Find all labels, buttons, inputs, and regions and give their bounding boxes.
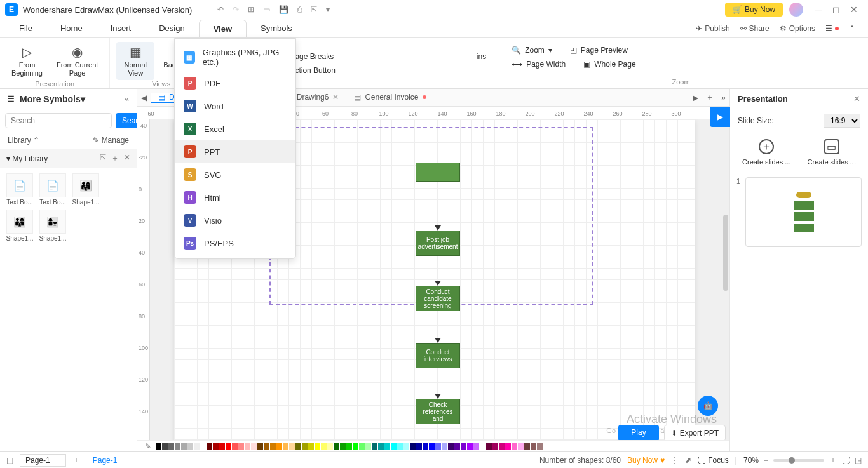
from-current-page-button[interactable]: ◉ From Current Page xyxy=(51,42,103,80)
color-swatch[interactable] xyxy=(340,443,346,450)
export-item-word[interactable]: WWord xyxy=(175,95,295,117)
color-swatch[interactable] xyxy=(486,443,492,450)
color-swatch[interactable] xyxy=(499,443,505,450)
color-swatch[interactable] xyxy=(391,443,397,450)
color-swatch[interactable] xyxy=(264,443,269,450)
print-icon[interactable]: ⎙ xyxy=(297,5,302,14)
flowchart-node[interactable]: Conduct interviews xyxy=(416,343,460,368)
color-swatch[interactable] xyxy=(429,443,435,450)
color-swatch[interactable] xyxy=(194,443,200,450)
presentation-launcher-icon[interactable]: ▶ xyxy=(710,107,730,127)
color-swatch[interactable] xyxy=(295,443,301,450)
color-swatch[interactable] xyxy=(480,443,485,450)
export-ppt-button[interactable]: ⬇ Export PPT xyxy=(664,425,726,440)
export-icon[interactable]: ⇱ xyxy=(311,5,317,14)
create-slides-manual-button[interactable]: ▭ Create slides ... xyxy=(808,139,856,166)
menu-tab-insert[interactable]: Insert xyxy=(97,20,146,37)
color-swatch[interactable] xyxy=(378,443,384,450)
color-swatch[interactable] xyxy=(283,443,288,450)
slide-size-select[interactable]: 16:9 xyxy=(824,114,860,128)
color-swatch[interactable] xyxy=(200,443,206,450)
create-slides-auto-button[interactable]: ＋ Create slides ... xyxy=(742,139,790,166)
zoom-out-icon[interactable]: − xyxy=(764,456,768,465)
vertical-scrollbar[interactable] xyxy=(723,215,728,291)
save-icon[interactable]: 💾 xyxy=(279,5,288,14)
page-layout-icon[interactable]: ◫ xyxy=(6,456,13,465)
user-avatar[interactable] xyxy=(789,3,803,17)
flow-node-partial[interactable] xyxy=(416,163,460,182)
color-swatch[interactable] xyxy=(327,443,333,450)
shape-item[interactable]: 👨‍👩‍👦Shape1... xyxy=(5,210,34,242)
collapse-panel-icon[interactable]: « xyxy=(125,95,129,104)
color-swatch[interactable] xyxy=(416,443,422,450)
menu-tab-file[interactable]: File xyxy=(5,20,46,37)
color-swatch[interactable] xyxy=(181,443,187,450)
color-swatch[interactable] xyxy=(315,443,320,450)
symbol-search-input[interactable] xyxy=(5,113,112,128)
add-tab-icon[interactable]: ＋ xyxy=(702,92,717,103)
color-swatch[interactable] xyxy=(168,443,174,450)
color-swatch[interactable] xyxy=(353,443,358,450)
minimize-button[interactable]: ─ xyxy=(810,4,827,15)
open-icon[interactable]: ▭ xyxy=(263,5,270,14)
color-swatch[interactable] xyxy=(162,443,168,450)
normal-view-button[interactable]: ▦ Normal View xyxy=(116,42,154,80)
color-swatch[interactable] xyxy=(245,443,250,450)
close-panel-icon[interactable]: ✕ xyxy=(853,94,860,104)
library-export-icon[interactable]: ⇱ xyxy=(100,153,106,164)
color-swatch[interactable] xyxy=(473,443,479,450)
whole-page-button[interactable]: ▣ Whole Page xyxy=(583,60,635,69)
color-swatch[interactable] xyxy=(270,443,276,450)
color-swatch[interactable] xyxy=(537,443,543,450)
color-swatch[interactable] xyxy=(334,443,339,450)
shape-item[interactable]: 👩‍👧Shape1... xyxy=(38,210,67,242)
options-button[interactable]: ⚙ Options xyxy=(780,24,815,33)
manage-library-button[interactable]: ✎ Manage xyxy=(93,136,129,145)
color-swatch[interactable] xyxy=(448,443,454,450)
tab-scroll-left-icon[interactable]: ◀ xyxy=(137,93,151,102)
color-swatch[interactable] xyxy=(524,443,530,450)
library-dropdown[interactable]: Library ⌃ xyxy=(8,136,39,145)
color-swatch[interactable] xyxy=(397,443,403,450)
library-close-icon[interactable]: ✕ xyxy=(124,153,130,164)
color-swatch[interactable] xyxy=(308,443,314,450)
export-item-html[interactable]: HHtml xyxy=(175,186,295,209)
new-icon[interactable]: ⊞ xyxy=(248,5,254,14)
undo-icon[interactable]: ↶ xyxy=(217,5,224,14)
export-item-graphics-png-jpg-etc-[interactable]: ▦Graphics (PNG, JPG etc.) xyxy=(175,43,295,72)
maximize-button[interactable]: ◻ xyxy=(827,4,845,15)
color-swatch[interactable] xyxy=(257,443,263,450)
page-preview-button[interactable]: ◰ Page Preview xyxy=(570,46,628,55)
color-swatch[interactable] xyxy=(423,443,428,450)
color-swatch[interactable] xyxy=(321,443,327,450)
color-swatch[interactable] xyxy=(251,443,257,450)
buy-now-button[interactable]: 🛒 Buy Now xyxy=(725,3,783,17)
my-library-header[interactable]: ▾ My Library xyxy=(6,154,48,163)
color-swatch[interactable] xyxy=(289,443,295,450)
color-swatch[interactable] xyxy=(505,443,511,450)
color-swatch[interactable] xyxy=(276,443,282,450)
zoom-button[interactable]: 🔍 Zoom▾ xyxy=(512,46,552,55)
flowchart-node[interactable]: Post job advertisement xyxy=(416,231,460,256)
flowchart-node[interactable]: Check references and xyxy=(416,399,460,424)
focus-button[interactable]: ⛶ Focus xyxy=(698,456,729,465)
document-tab[interactable]: ▤ General Invoice xyxy=(346,93,433,102)
color-swatch[interactable] xyxy=(238,443,244,450)
color-swatch[interactable] xyxy=(187,443,193,450)
color-swatch[interactable] xyxy=(512,443,517,450)
color-swatch[interactable] xyxy=(410,443,416,450)
color-swatch[interactable] xyxy=(461,443,466,450)
library-add-icon[interactable]: ＋ xyxy=(111,153,119,164)
color-swatch[interactable] xyxy=(359,443,365,450)
add-page-icon[interactable]: ＋ xyxy=(72,455,80,465)
export-item-svg[interactable]: SSVG xyxy=(175,163,295,186)
export-item-visio[interactable]: VVisio xyxy=(175,209,295,232)
color-swatch[interactable] xyxy=(467,443,473,450)
menu-tab-symbols[interactable]: Symbols xyxy=(247,20,306,37)
color-swatch[interactable] xyxy=(207,443,212,450)
color-swatch[interactable] xyxy=(175,443,180,450)
tabs-overflow-icon[interactable]: » xyxy=(717,93,729,102)
color-swatch[interactable] xyxy=(403,443,409,450)
export-item-ps-eps[interactable]: PsPS/EPS xyxy=(175,232,295,255)
color-swatch[interactable] xyxy=(346,443,352,450)
